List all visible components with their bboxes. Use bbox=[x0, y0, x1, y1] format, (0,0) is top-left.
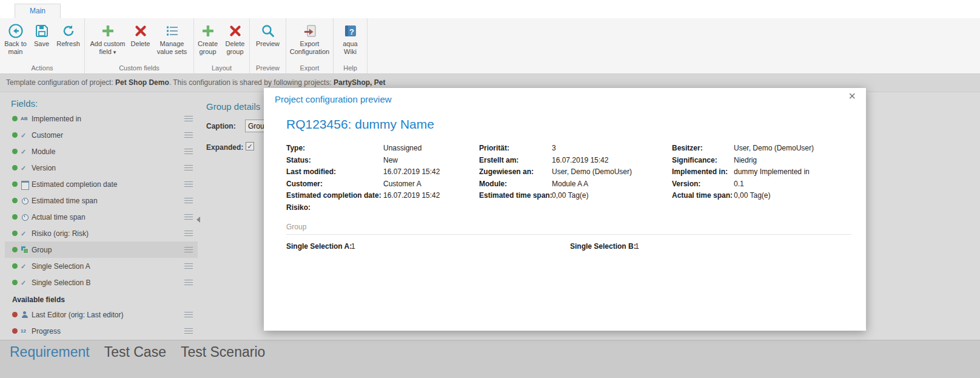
dialog-column-3: Besitzer:User, Demo (DemoUser) Significa… bbox=[672, 144, 814, 203]
ribbon-group-label: Actions bbox=[0, 64, 84, 72]
ribbon-group-label: Help bbox=[334, 64, 367, 72]
field-row: Single Selection A:1 bbox=[286, 242, 355, 251]
field-row: Status:New bbox=[286, 156, 440, 168]
field-row: Actual time span:0,00 Tag(e) bbox=[672, 191, 814, 203]
delete-custom-field-button[interactable]: Delete bbox=[128, 22, 153, 57]
delete-icon bbox=[133, 23, 149, 39]
field-row-value: 1 bbox=[635, 242, 639, 251]
button-label: Create group bbox=[195, 40, 221, 56]
save-button[interactable]: Save bbox=[30, 22, 54, 56]
field-row: Last modified:16.07.2019 15:42 bbox=[286, 167, 440, 180]
field-row-label: Actual time span: bbox=[672, 191, 734, 200]
back-icon bbox=[8, 23, 24, 39]
field-row-value: 0.1 bbox=[734, 180, 744, 188]
preview-icon bbox=[260, 23, 276, 39]
field-row-label: Priorität: bbox=[479, 144, 552, 152]
refresh-icon bbox=[61, 23, 76, 39]
group-section-title: Group bbox=[286, 223, 306, 231]
ribbon-group-label: Layout bbox=[194, 64, 249, 72]
add-icon bbox=[200, 23, 216, 39]
button-label: Delete group bbox=[222, 40, 249, 56]
button-label: Save bbox=[34, 40, 49, 48]
field-row-label: Besitzer: bbox=[672, 144, 734, 152]
requirement-heading: RQ123456: dummy Name bbox=[286, 117, 434, 132]
ribbon-group-preview: Preview Preview bbox=[250, 18, 286, 73]
field-row: Version:0.1 bbox=[672, 180, 814, 192]
field-row-label: Estimated completion date: bbox=[286, 191, 383, 200]
app-window: Main Back to main Save Refresh Actions bbox=[0, 0, 980, 378]
button-label: Manage value sets bbox=[154, 40, 190, 56]
field-row-label: Single Selection B: bbox=[570, 242, 635, 251]
tab-main[interactable]: Main bbox=[15, 4, 61, 19]
button-label: Back to main bbox=[2, 40, 29, 56]
add-icon bbox=[100, 23, 116, 39]
close-icon[interactable]: × bbox=[845, 89, 859, 103]
field-row-label: Erstellt am: bbox=[479, 156, 552, 164]
field-row-label: Version: bbox=[672, 180, 734, 188]
button-label: Add custom field ▾ bbox=[89, 40, 127, 56]
field-row: Zugewiesen an:User, Demo (DemoUser) bbox=[479, 167, 632, 180]
field-row-value: 16.07.2019 15:42 bbox=[383, 167, 440, 176]
export-icon bbox=[302, 23, 318, 39]
dialog-column-1: Type:Unassigned Status:New Last modified… bbox=[286, 144, 440, 215]
field-row-label: Status: bbox=[286, 156, 383, 164]
ribbon-group-label: Preview bbox=[250, 64, 286, 72]
field-row: Estimated time span:0,00 Tag(e) bbox=[479, 191, 632, 203]
field-row: Priorität:3 bbox=[479, 144, 632, 156]
ribbon-group-label: Custom fields bbox=[85, 64, 193, 72]
dialog-column-2: Priorität:3 Erstellt am:16.07.2019 15:42… bbox=[479, 144, 632, 203]
preview-dialog: Project configuration preview × RQ123456… bbox=[264, 88, 866, 331]
create-group-button[interactable]: Create group bbox=[195, 22, 221, 56]
delete-group-button[interactable]: Delete group bbox=[221, 22, 249, 56]
field-row-value: User, Demo (DemoUser) bbox=[734, 144, 814, 152]
button-label: aqua Wiki bbox=[338, 40, 363, 56]
ribbon: Back to main Save Refresh Actions Add cu… bbox=[0, 18, 980, 74]
ribbon-group-export: Export Configuration Export bbox=[286, 18, 334, 73]
field-row-value: 3 bbox=[552, 144, 556, 152]
field-row-value: New bbox=[383, 156, 398, 164]
manage-value-sets-button[interactable]: Manage value sets bbox=[153, 22, 191, 57]
preview-button[interactable]: Preview bbox=[252, 22, 284, 49]
field-row-label: Last modified: bbox=[286, 167, 383, 176]
ribbon-tab-strip: Main bbox=[0, 0, 980, 18]
field-row-value: dummy Implemented in bbox=[734, 167, 810, 176]
field-row-label: Risiko: bbox=[286, 203, 383, 212]
ribbon-group-custom-fields: Add custom field ▾ Delete Manage value s… bbox=[85, 18, 194, 73]
field-row-value: Niedrig bbox=[734, 156, 757, 164]
button-label-text: Add custom field bbox=[90, 40, 125, 55]
ribbon-group-actions: Back to main Save Refresh Actions bbox=[0, 18, 85, 73]
field-row-label: Significance: bbox=[672, 156, 734, 164]
save-icon bbox=[34, 23, 50, 39]
field-row: Module:Module A A bbox=[479, 180, 632, 192]
group-section-divider bbox=[286, 234, 851, 235]
svg-text:?: ? bbox=[349, 27, 354, 36]
wiki-help-icon: ? bbox=[343, 23, 358, 39]
aqua-wiki-button[interactable]: ? aqua Wiki bbox=[337, 22, 364, 56]
field-row: Erstellt am:16.07.2019 15:42 bbox=[479, 156, 632, 168]
ribbon-group-layout: Create group Delete group Layout bbox=[194, 18, 250, 73]
field-row-value: 16.07.2019 15:42 bbox=[383, 191, 440, 200]
value-sets-icon bbox=[164, 23, 180, 39]
field-row-value: Module A A bbox=[552, 180, 588, 188]
field-row-label: Zugewiesen an: bbox=[479, 167, 552, 176]
add-custom-field-button[interactable]: Add custom field ▾ bbox=[88, 22, 128, 57]
field-row: Risiko: bbox=[286, 203, 440, 215]
field-row-label: Single Selection A: bbox=[286, 242, 351, 251]
field-row-label: Type: bbox=[286, 144, 383, 152]
field-row-label: Customer: bbox=[286, 180, 383, 188]
field-row: Customer:Customer A bbox=[286, 180, 440, 192]
dropdown-arrow-icon: ▾ bbox=[113, 49, 116, 55]
field-row: Estimated completion date:16.07.2019 15:… bbox=[286, 191, 440, 203]
field-row-value: 0,00 Tag(e) bbox=[734, 191, 771, 200]
export-configuration-button[interactable]: Export Configuration bbox=[287, 22, 332, 56]
field-row-value: 16.07.2019 15:42 bbox=[552, 156, 608, 164]
back-to-main-button[interactable]: Back to main bbox=[2, 22, 30, 56]
button-label: Delete bbox=[131, 40, 150, 48]
field-row-label: Implemented in: bbox=[672, 167, 734, 176]
field-row-value: Unassigned bbox=[383, 144, 421, 152]
delete-icon bbox=[227, 23, 243, 39]
button-label: Preview bbox=[256, 40, 280, 48]
field-row-value: 0,00 Tag(e) bbox=[552, 191, 589, 200]
field-row: Besitzer:User, Demo (DemoUser) bbox=[672, 144, 814, 156]
refresh-button[interactable]: Refresh bbox=[54, 22, 83, 56]
